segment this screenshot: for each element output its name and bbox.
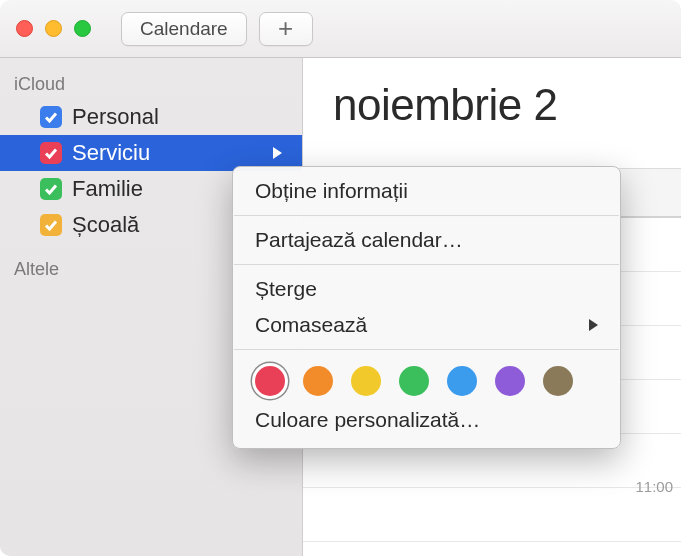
menu-separator — [234, 264, 619, 265]
checkbox-icon[interactable] — [40, 214, 62, 236]
hour-row: 11:00 — [303, 488, 681, 542]
menu-item-label: Partajează calendar… — [255, 228, 463, 252]
color-swatch-brown[interactable] — [543, 366, 573, 396]
color-swatch-row — [233, 356, 620, 402]
minimize-icon[interactable] — [45, 20, 62, 37]
color-swatch-orange[interactable] — [303, 366, 333, 396]
time-label-11: 11:00 — [635, 478, 673, 495]
menu-item-label: Comasează — [255, 313, 367, 337]
color-swatch-blue[interactable] — [447, 366, 477, 396]
menu-item-label: Șterge — [255, 277, 317, 301]
calendar-item-label: Personal — [72, 104, 159, 130]
month-title: noiembrie 2 — [303, 58, 681, 130]
menu-item-delete[interactable]: Șterge — [233, 271, 620, 307]
color-swatch-purple[interactable] — [495, 366, 525, 396]
calendar-item-label: Familie — [72, 176, 143, 202]
menu-item-custom-color[interactable]: Culoare personalizată… — [233, 402, 620, 438]
checkbox-icon[interactable] — [40, 178, 62, 200]
calendar-item-label: Școală — [72, 212, 139, 238]
color-swatch-red[interactable] — [255, 366, 285, 396]
calendar-item-label: Serviciu — [72, 140, 150, 166]
zoom-icon[interactable] — [74, 20, 91, 37]
menu-separator — [234, 349, 619, 350]
sidebar-section-icloud: iCloud — [0, 68, 302, 99]
add-event-button[interactable]: + — [259, 12, 313, 46]
window-controls — [16, 20, 91, 37]
menu-item-label: Obține informații — [255, 179, 408, 203]
color-swatch-green[interactable] — [399, 366, 429, 396]
menu-item-merge[interactable]: Comasează — [233, 307, 620, 343]
close-icon[interactable] — [16, 20, 33, 37]
checkbox-icon[interactable] — [40, 106, 62, 128]
titlebar: Calendare + — [0, 0, 681, 58]
menu-separator — [234, 215, 619, 216]
calendar-context-menu: Obține informații Partajează calendar… Ș… — [232, 166, 621, 449]
menu-item-get-info[interactable]: Obține informații — [233, 173, 620, 209]
calendars-toggle-button[interactable]: Calendare — [121, 12, 247, 46]
chevron-right-icon — [589, 319, 598, 331]
menu-item-label: Culoare personalizată… — [255, 408, 480, 432]
app-window: Calendare + iCloud Personal Serviciu Fam… — [0, 0, 681, 556]
color-swatch-yellow[interactable] — [351, 366, 381, 396]
calendar-item-personal[interactable]: Personal — [0, 99, 302, 135]
checkbox-icon[interactable] — [40, 142, 62, 164]
menu-item-share-calendar[interactable]: Partajează calendar… — [233, 222, 620, 258]
